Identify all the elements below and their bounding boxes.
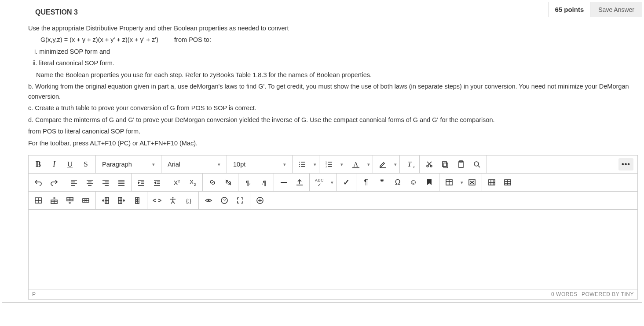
horizontal-rule-button[interactable]	[276, 174, 292, 191]
chevron-down-icon[interactable]: ▾	[327, 174, 334, 191]
svg-point-21	[474, 162, 479, 166]
align-right-button[interactable]	[98, 174, 113, 191]
svg-point-96	[172, 197, 174, 199]
show-blocks-button[interactable]: ¶	[358, 174, 374, 191]
svg-point-0	[299, 162, 300, 163]
more-button[interactable]: •••	[618, 156, 634, 173]
align-center-button[interactable]	[82, 174, 98, 191]
copy-button[interactable]	[437, 156, 453, 173]
align-left-button[interactable]	[66, 174, 82, 191]
svg-point-2	[299, 164, 300, 165]
delete-row-button[interactable]	[78, 192, 94, 209]
question-part-d: d. Compare the minterms of G and G' to p…	[28, 115, 634, 125]
preview-button[interactable]	[201, 192, 216, 209]
editor-statusbar: P 0 WORDS POWERED BY TINY	[28, 289, 638, 300]
superscript-button[interactable]: X2	[169, 174, 185, 191]
svg-rect-17	[443, 162, 446, 167]
svg-line-22	[478, 166, 480, 167]
ltr-button[interactable]: ¶›	[240, 174, 256, 191]
toolbar-hint: For the toolbar, press ALT+F10 (PC) or A…	[28, 138, 634, 148]
accessibility-button[interactable]	[165, 192, 181, 209]
fullscreen-button[interactable]	[232, 192, 248, 209]
table-row-button[interactable]	[484, 174, 500, 191]
question-equation: G(x,y,z) = (x + y + z)(x + y' + z)(x + y…	[28, 35, 634, 44]
chevron-down-icon: ▾	[218, 162, 220, 167]
emoticon-button[interactable]: ☺	[406, 174, 421, 191]
insert-row-below-button[interactable]	[62, 192, 78, 209]
underline-button[interactable]: U	[62, 156, 78, 173]
question-item-ii: ii. literal canonical SOP form.	[28, 58, 634, 68]
rich-text-editor: B I U S Paragraph ▾ Arial ▾ 10pt	[28, 155, 638, 289]
chevron-down-icon[interactable]: ▾	[337, 156, 344, 173]
unlink-button[interactable]	[220, 174, 236, 191]
insert-col-left-button[interactable]	[98, 192, 113, 209]
word-count[interactable]: 0 WORDS	[551, 291, 578, 297]
chevron-down-icon[interactable]: ▾	[364, 156, 371, 173]
element-path[interactable]: P	[32, 291, 36, 297]
add-content-button[interactable]	[252, 192, 268, 209]
delete-table-button[interactable]	[464, 174, 480, 191]
editor-content-area[interactable]	[29, 210, 637, 289]
svg-rect-19	[459, 162, 463, 167]
blockquote-button[interactable]: ❞	[374, 174, 390, 191]
help-button[interactable]: ?	[216, 192, 232, 209]
svg-point-101	[208, 200, 209, 201]
question-title: QUESTION 3	[2, 8, 548, 17]
question-points: 65 points	[548, 2, 590, 17]
chevron-down-icon[interactable]: ▾	[310, 156, 317, 173]
insert-table-button[interactable]	[441, 174, 457, 191]
cut-button[interactable]	[421, 156, 437, 173]
branding-label[interactable]: POWERED BY TINY	[582, 291, 634, 297]
font-size-select[interactable]: 10pt ▾	[229, 156, 290, 173]
chevron-down-icon: ▾	[152, 162, 155, 167]
find-replace-button[interactable]	[469, 156, 485, 173]
svg-rect-18	[444, 163, 448, 168]
question-trailing: from POS to literal canonical SOP form.	[28, 126, 634, 136]
bold-button[interactable]: B	[30, 156, 46, 173]
undo-button[interactable]	[30, 174, 46, 191]
table-col-button[interactable]	[500, 174, 516, 191]
insert-row-above-button[interactable]	[46, 192, 62, 209]
insert-file-button[interactable]	[292, 174, 307, 191]
chevron-down-icon[interactable]: ▾	[391, 156, 398, 173]
math-button[interactable]: ✓	[338, 174, 354, 191]
numbered-list-button[interactable]: 123	[321, 156, 337, 173]
strikethrough-button[interactable]: S	[78, 156, 94, 173]
chevron-down-icon[interactable]: ▾	[457, 174, 464, 191]
svg-text:3: 3	[326, 165, 327, 168]
save-answer-button[interactable]: Save Answer	[590, 2, 642, 17]
delete-col-button[interactable]	[129, 192, 145, 209]
anchor-button[interactable]	[421, 174, 437, 191]
text-color-button[interactable]: A	[348, 156, 364, 173]
code-sample-button[interactable]: {;}	[181, 192, 197, 209]
highlight-color-button[interactable]	[375, 156, 391, 173]
align-justify-button[interactable]	[113, 174, 129, 191]
toolbar-row-3: < > {;} ?	[29, 192, 637, 210]
italic-button[interactable]: I	[46, 156, 62, 173]
spellcheck-button[interactable]: ABC✓	[311, 174, 327, 191]
clear-formatting-button[interactable]: Tx	[402, 156, 417, 173]
svg-line-99	[171, 201, 173, 204]
paste-button[interactable]	[453, 156, 469, 173]
svg-point-4	[299, 166, 300, 167]
rtl-button[interactable]: ‹¶	[256, 174, 272, 191]
outdent-button[interactable]	[149, 174, 165, 191]
special-char-button[interactable]: Ω	[390, 174, 406, 191]
question-part-b: b. Working from the original equation gi…	[28, 82, 634, 101]
source-code-button[interactable]: < >	[149, 192, 165, 209]
subscript-button[interactable]: X2	[185, 174, 201, 191]
redo-button[interactable]	[46, 174, 62, 191]
bullet-list-button[interactable]	[294, 156, 310, 173]
block-format-label: Paragraph	[102, 161, 132, 168]
block-format-select[interactable]: Paragraph ▾	[98, 156, 159, 173]
font-family-select[interactable]: Arial ▾	[163, 156, 225, 173]
question-part-c: c. Create a truth table to prove your co…	[28, 103, 634, 113]
question-body: Use the appropriate Distributive Propert…	[2, 19, 642, 152]
svg-point-14	[430, 165, 432, 167]
link-button[interactable]	[205, 174, 220, 191]
table-cell-button[interactable]	[30, 192, 46, 209]
indent-button[interactable]	[133, 174, 149, 191]
svg-point-13	[427, 165, 428, 167]
svg-text:?: ?	[223, 198, 226, 203]
insert-col-right-button[interactable]	[113, 192, 129, 209]
